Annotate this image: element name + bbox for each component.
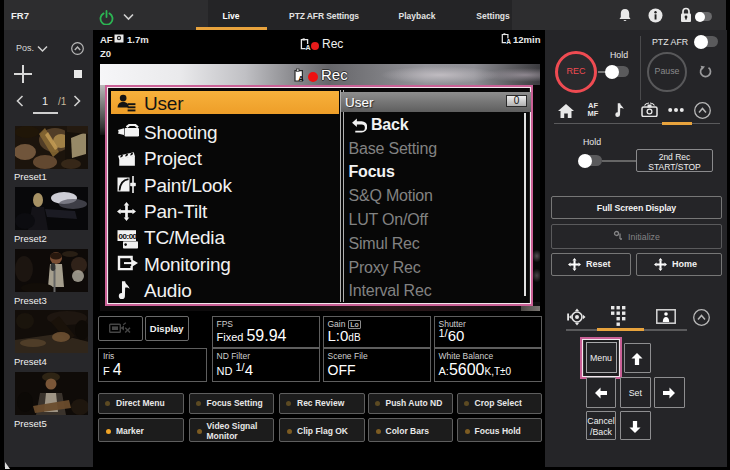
- svg-text:A: A: [298, 74, 304, 83]
- svg-text:00:00: 00:00: [119, 231, 138, 240]
- svg-text:A: A: [306, 44, 311, 50]
- svg-text:A: A: [506, 38, 511, 44]
